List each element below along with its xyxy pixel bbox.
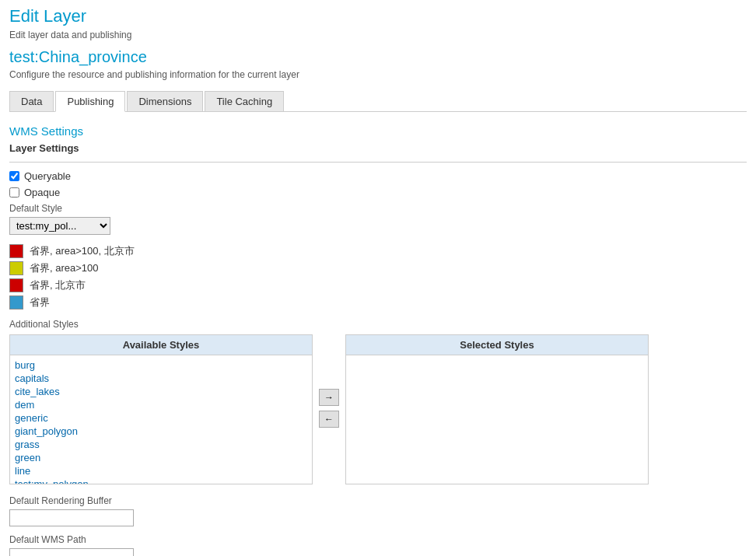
layer-name: test:China_province [9,48,747,66]
selected-styles-box: Selected Styles [345,334,649,484]
page-subtitle: Edit layer data and publishing [9,30,747,40]
tab-data[interactable]: Data [9,91,54,111]
opaque-checkbox-row[interactable]: Opaque [9,187,747,198]
legend-text-0: 省界, area>100, 北京市 [30,244,135,258]
layer-description: Configure the resource and publishing in… [9,69,747,80]
legend-swatch-3 [9,295,23,309]
tab-publishing[interactable]: Publishing [55,91,125,112]
opaque-checkbox[interactable] [9,187,19,198]
list-item[interactable]: test:my_polygon [15,477,307,484]
list-item[interactable]: giant_polygon [15,425,307,438]
wms-settings-title: WMS Settings [9,124,747,138]
tab-dimensions[interactable]: Dimensions [127,91,203,111]
legend-list: 省界, area>100, 北京市 省界, area>100 省界, 北京市 省… [9,244,747,309]
list-item[interactable]: burg [15,358,307,372]
queryable-checkbox[interactable] [9,171,19,181]
legend-text-2: 省界, 北京市 [30,278,86,292]
available-styles-list[interactable]: burg capitals cite_lakes dem generic gia… [10,355,312,484]
rendering-buffer-section: Default Rendering Buffer [9,495,747,526]
available-styles-box: Available Styles burg capitals cite_lake… [9,334,313,484]
styles-container: Available Styles burg capitals cite_lake… [9,334,747,484]
legend-swatch-1 [9,261,23,275]
additional-styles-label: Additional Styles [9,319,747,330]
legend-swatch-0 [9,244,23,258]
wms-path-label: Default WMS Path [9,534,747,545]
default-style-select[interactable]: test:my_pol... [9,217,110,235]
legend-item-1: 省界, area>100 [9,261,747,275]
tab-bar: Data Publishing Dimensions Tile Caching [9,91,747,112]
add-style-button[interactable]: → [319,389,339,406]
list-item[interactable]: cite_lakes [15,385,307,398]
rendering-buffer-input[interactable] [9,509,134,526]
tab-tile-caching[interactable]: Tile Caching [205,91,284,111]
rendering-buffer-label: Default Rendering Buffer [9,495,747,506]
list-item[interactable]: generic [15,411,307,425]
page-title: Edit Layer [9,6,747,26]
wms-path-section: Default WMS Path [9,534,747,556]
wms-settings-section: WMS Settings Layer Settings Queryable Op… [9,124,747,556]
list-item[interactable]: green [15,451,307,464]
selected-styles-list[interactable] [346,355,648,484]
list-item[interactable]: capitals [15,372,307,385]
selected-styles-header: Selected Styles [346,335,648,355]
legend-item-2: 省界, 北京市 [9,278,747,292]
queryable-checkbox-row[interactable]: Queryable [9,170,747,182]
wms-path-input[interactable] [9,548,134,556]
list-item[interactable]: line [15,464,307,477]
opaque-label: Opaque [24,187,60,198]
legend-swatch-2 [9,278,23,292]
queryable-label: Queryable [24,170,71,182]
layer-settings-header: Layer Settings [9,142,747,154]
legend-item-3: 省界 [9,295,747,309]
list-item[interactable]: grass [15,438,307,451]
available-styles-header: Available Styles [10,335,312,355]
remove-style-button[interactable]: ← [319,411,339,428]
legend-text-3: 省界 [30,295,50,309]
legend-text-1: 省界, area>100 [30,261,99,275]
default-style-label: Default Style [9,203,747,214]
styles-transfer-buttons: → ← [313,334,345,482]
list-item[interactable]: dem [15,398,307,411]
legend-item-0: 省界, area>100, 北京市 [9,244,747,258]
